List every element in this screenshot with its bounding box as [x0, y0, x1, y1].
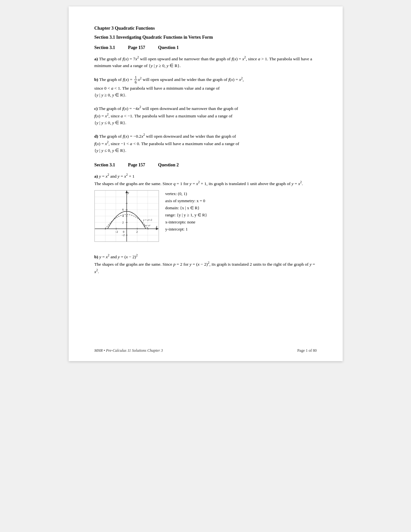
section-label-1: Section 3.1: [94, 45, 115, 50]
section-label-2: Section 3.1: [94, 163, 115, 168]
svg-text:y = x²+1: y = x²+1: [143, 219, 152, 222]
footer-right: Page 1 of 80: [297, 348, 317, 353]
svg-text:6: 6: [122, 208, 124, 211]
q1b-block: b) The graph of f(x) = 16x2 will open up…: [94, 75, 317, 99]
svg-text:−2: −2: [115, 230, 118, 233]
q1b-label: b): [94, 77, 98, 82]
page-label-2: Page 157: [128, 163, 145, 168]
range-info: range: {y | y ≥ 1, y ∈ R}: [165, 212, 207, 219]
y-intercept-info: y-intercept: 1: [165, 226, 207, 233]
footer: MHR • Pre-Calculus 11 Solutions Chapter …: [94, 348, 317, 353]
q1a-block: a) The graph of f(x) = 7x2 will open upw…: [94, 55, 317, 69]
svg-text:2: 2: [122, 221, 123, 224]
chapter-title: Chapter 3 Quadratic Functions: [94, 26, 317, 31]
q1d-block: d) The graph of f(x) = −0.2x2 will open …: [94, 132, 317, 154]
svg-text:0: 0: [123, 230, 124, 233]
q2a-graph: y x 0 2 4 6 −2 −2 2: [94, 190, 159, 242]
x-intercepts-info: x-intercepts: none: [165, 219, 207, 226]
axis-info: axis of symmetry: x = 0: [165, 197, 207, 204]
q1c-label: c): [94, 106, 98, 111]
svg-text:2: 2: [136, 230, 137, 233]
page: Chapter 3 Quadratic Functions Section 3.…: [69, 6, 343, 361]
section-header-q1: Section 3.1 Page 157 Question 1: [94, 45, 317, 50]
q2a-graph-row: y x 0 2 4 6 −2 −2 2: [94, 190, 317, 242]
q2a-block: a) y = x2 and y = x2 + 1 The shapes of t…: [94, 172, 317, 242]
footer-left: MHR • Pre-Calculus 11 Solutions Chapter …: [94, 348, 163, 353]
q2b-block: b) y = x2 and y = (x − 2)2 The shapes of…: [94, 253, 317, 275]
q1a-label: a): [94, 56, 98, 61]
section-title-main: Section 3.1 Investigating Quadratic Func…: [94, 35, 317, 40]
q2b-label: b): [94, 254, 98, 259]
q2a-label: a): [94, 173, 98, 178]
vertex-info: vertex: (0, 1): [165, 190, 207, 197]
page-label-1: Page 157: [128, 45, 145, 50]
section-header-q2: Section 3.1 Page 157 Question 2: [94, 163, 317, 168]
q2a-graph-info: vertex: (0, 1) axis of symmetry: x = 0 d…: [165, 190, 207, 233]
domain-info: domain: {x | x ∈ R}: [165, 204, 207, 212]
question-label-2: Question 2: [158, 163, 179, 168]
svg-text:y = x²: y = x²: [144, 224, 150, 227]
q1d-label: d): [94, 133, 98, 138]
svg-text:−2: −2: [122, 233, 124, 237]
q1c-block: c) The graph of f(x) = −4x2 will open do…: [94, 104, 317, 126]
question-label-1: Question 1: [158, 45, 179, 50]
svg-text:y: y: [127, 191, 129, 194]
svg-text:x: x: [155, 224, 157, 228]
